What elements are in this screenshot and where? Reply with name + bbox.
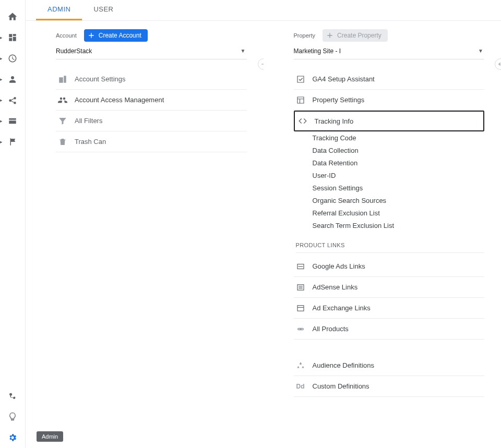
layout-icon [296, 95, 305, 105]
menu-label: AdSense Links [313, 283, 358, 291]
nav-home[interactable] [4, 8, 21, 25]
nav-acquisition[interactable]: ▸ [4, 92, 21, 108]
dd-icon: Dd [296, 382, 305, 391]
left-nav: ▸ ▸ ▸ ▸ ▸ ▸ [0, 0, 25, 448]
admin-columns: Account Create Account RudderStack ▼ Acc… [26, 21, 501, 448]
nav-behavior[interactable]: ▸ [4, 113, 21, 129]
main-panel: ADMIN USER Account Create Account Rudder… [25, 0, 501, 448]
property-item-all-products[interactable]: All Products [294, 319, 485, 340]
subitem-session-settings[interactable]: Session Settings [313, 181, 485, 194]
menu-label: Ad Exchange Links [313, 304, 371, 312]
property-item-audience-def[interactable]: Audience Definitions [294, 355, 485, 376]
menu-label: Google Ads Links [313, 262, 365, 270]
subitem-data-collection[interactable]: Data Collection [313, 144, 485, 156]
subitem-user-id[interactable]: User-ID [313, 169, 485, 181]
property-item-adsense[interactable]: AdSense Links [294, 277, 485, 298]
subitem-referral-exclusion[interactable]: Referral Exclusion List [313, 207, 485, 219]
caret-icon: ▸ [0, 35, 3, 40]
trash-icon [58, 137, 67, 147]
card-icon [8, 116, 17, 126]
property-item-custom-def[interactable]: Dd Custom Definitions [294, 376, 485, 397]
ads-icon [296, 262, 305, 271]
svg-rect-2 [297, 305, 304, 311]
account-column: Account Create Account RudderStack ▼ Acc… [26, 21, 264, 448]
tabs: ADMIN USER [26, 0, 501, 21]
caret-icon: ▸ [0, 98, 3, 103]
subitem-data-retention[interactable]: Data Retention [313, 156, 485, 169]
nav-conversions[interactable]: ▸ [4, 134, 21, 150]
svg-rect-3 [297, 328, 304, 330]
property-item-ga4[interactable]: GA4 Setup Assistant [294, 69, 485, 90]
gear-icon [8, 433, 17, 442]
property-item-tracking-info[interactable]: Tracking Info [294, 111, 485, 131]
building-icon [58, 75, 67, 84]
clock-icon [8, 54, 17, 63]
plus-icon [87, 31, 96, 40]
tracking-info-submenu: Tracking Code Data Collection Data Reten… [294, 131, 485, 232]
share-icon [8, 95, 17, 105]
property-menu: GA4 Setup Assistant Property Settings Tr… [294, 69, 485, 397]
flag-icon [8, 137, 17, 147]
nav-audience[interactable]: ▸ [4, 71, 21, 88]
property-selector-value: Marketing Site - I [294, 47, 341, 55]
account-item-trash[interactable]: Trash Can [56, 131, 247, 152]
check-square-icon [296, 75, 305, 84]
nav-reports[interactable]: ▸ [4, 29, 21, 46]
property-selector[interactable]: Marketing Site - I ▼ [294, 45, 485, 59]
subitem-tracking-code[interactable]: Tracking Code [313, 131, 485, 144]
svg-point-5 [302, 329, 303, 330]
path-icon [8, 391, 17, 401]
caret-icon: ▸ [0, 77, 3, 82]
chevron-down-icon: ▼ [478, 48, 483, 54]
code-icon [298, 116, 307, 126]
account-item-access[interactable]: Account Access Management [56, 90, 247, 111]
svg-point-4 [299, 329, 300, 330]
nav-admin[interactable] [4, 429, 21, 446]
list-icon [296, 283, 305, 292]
product-links-label: PRODUCT LINKS [296, 242, 485, 253]
link-icon [296, 324, 305, 334]
menu-label: Account Settings [75, 75, 126, 83]
menu-label: Tracking Info [315, 117, 354, 125]
admin-tooltip: Admin [37, 431, 63, 442]
bulb-icon [8, 412, 17, 421]
create-account-button[interactable]: Create Account [84, 29, 148, 42]
audience-icon [296, 361, 305, 370]
menu-label: All Filters [75, 117, 102, 125]
caret-icon: ▸ [0, 56, 3, 61]
account-selector[interactable]: RudderStack ▼ [56, 45, 247, 59]
subitem-search-term-exclusion[interactable]: Search Term Exclusion List [313, 219, 485, 232]
home-icon [7, 11, 18, 22]
account-selector-value: RudderStack [56, 47, 92, 55]
property-item-adexchange[interactable]: Ad Exchange Links [294, 298, 485, 319]
tab-admin[interactable]: ADMIN [36, 0, 82, 20]
menu-label: Audience Definitions [313, 361, 375, 369]
create-property-label: Create Property [337, 32, 381, 39]
collapse-property[interactable] [495, 58, 501, 70]
create-account-label: Create Account [99, 32, 141, 39]
property-item-settings[interactable]: Property Settings [294, 90, 485, 111]
property-item-google-ads[interactable]: Google Ads Links [294, 256, 485, 277]
nav-attribution[interactable] [4, 388, 21, 404]
dashboard-icon [8, 33, 17, 42]
property-column: Property Create Property Marketing Site … [264, 21, 502, 448]
funnel-icon [58, 116, 67, 126]
create-property-button[interactable]: Create Property [323, 29, 388, 42]
nav-discover[interactable] [4, 408, 21, 425]
arrow-left-icon [497, 61, 501, 67]
menu-label: All Products [313, 325, 349, 333]
account-item-filters[interactable]: All Filters [56, 111, 247, 131]
menu-label: Custom Definitions [313, 382, 369, 390]
plus-icon [326, 31, 334, 40]
menu-label: GA4 Setup Assistant [313, 75, 375, 83]
caret-icon: ▸ [0, 118, 3, 124]
people-icon [58, 95, 67, 105]
adx-icon [296, 304, 305, 313]
chevron-down-icon: ▼ [241, 48, 246, 54]
subitem-organic-search[interactable]: Organic Search Sources [313, 194, 485, 207]
tab-user[interactable]: USER [82, 0, 125, 20]
person-icon [8, 75, 17, 84]
account-menu: Account Settings Account Access Manageme… [56, 69, 247, 152]
account-item-settings[interactable]: Account Settings [56, 69, 247, 90]
nav-realtime[interactable]: ▸ [4, 50, 21, 67]
